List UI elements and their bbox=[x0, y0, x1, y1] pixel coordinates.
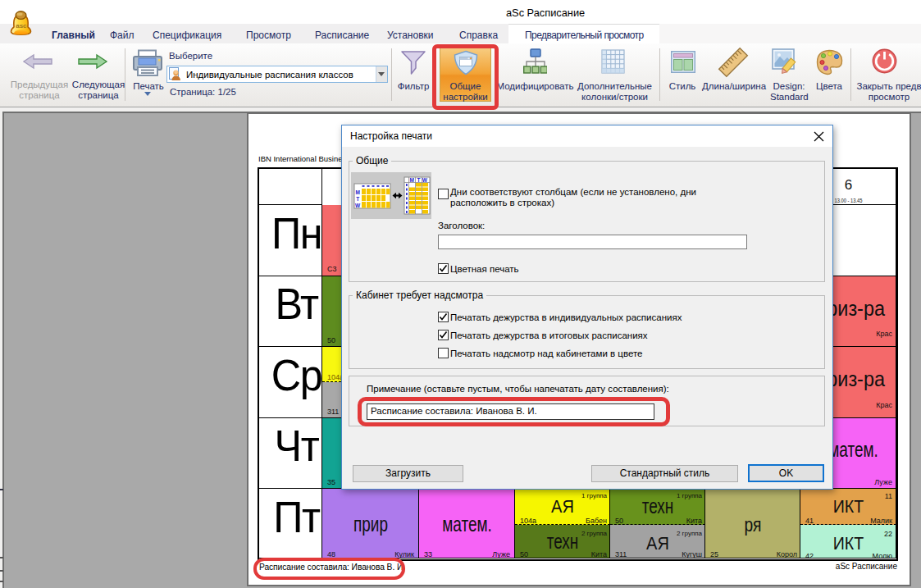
svg-text:M: M bbox=[410, 177, 414, 183]
svg-text:M: M bbox=[356, 189, 360, 195]
svg-text:T: T bbox=[417, 177, 421, 183]
svg-text:W: W bbox=[422, 177, 428, 183]
svg-text:asc: asc bbox=[16, 22, 27, 30]
svg-text:W: W bbox=[355, 203, 361, 208]
svg-text:T: T bbox=[356, 196, 359, 202]
